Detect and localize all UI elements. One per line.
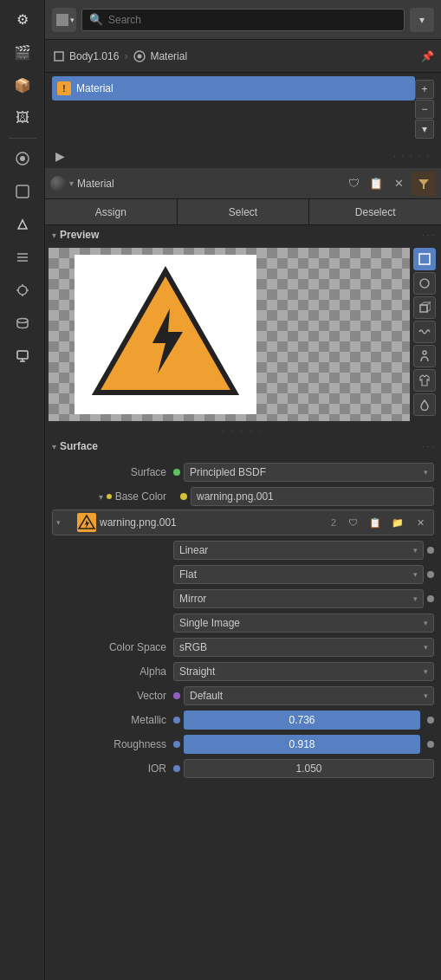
ior-row: IOR 1.050: [52, 757, 434, 780]
play-btn[interactable]: ▶: [55, 149, 65, 163]
svg-rect-10: [55, 52, 63, 61]
surface-value: Principled BSDF ▾: [173, 463, 434, 482]
preview-flat-btn[interactable]: [413, 272, 436, 295]
texture-count: 2: [331, 517, 336, 528]
preview-shirt-btn[interactable]: [413, 369, 436, 392]
flat-dropdown[interactable]: Flat ▾: [173, 565, 424, 584]
vector-label: Vector: [52, 690, 173, 702]
material-filter-btn[interactable]: [412, 172, 436, 196]
material-icon: [133, 49, 146, 63]
expand-row: ▶ · · · · ·: [45, 144, 441, 168]
object-icon: [52, 49, 66, 63]
single-image-dropdown[interactable]: Single Image ▾: [173, 613, 434, 633]
roughness-field[interactable]: 0.918: [184, 735, 420, 754]
base-color-value: warning.png.001: [173, 487, 434, 506]
texture-close-btn[interactable]: ✕: [411, 513, 430, 532]
material-close-btn[interactable]: ✕: [389, 174, 408, 193]
base-color-expand-btn[interactable]: ▾: [89, 492, 103, 502]
surface-dot: [173, 469, 180, 476]
vector-chevron: ▾: [424, 691, 428, 700]
preview-section-title: Preview: [60, 229, 418, 241]
surface-content: Surface Principled BSDF ▾ ▾ Base Color w…: [45, 456, 441, 787]
roughness-value: 0.918: [173, 735, 434, 754]
sidebar-icon-constraints[interactable]: [7, 275, 38, 306]
metallic-field[interactable]: 0.736: [184, 711, 420, 730]
preview-icons: [413, 248, 438, 421]
search-input[interactable]: [108, 14, 397, 26]
breadcrumb-object[interactable]: Body1.016: [52, 49, 119, 63]
mat-type-btn[interactable]: ▾: [69, 178, 74, 188]
breadcrumb-separator: ›: [124, 50, 127, 62]
texture-copy-btn[interactable]: 📋: [366, 513, 385, 532]
color-space-row: Color Space sRGB ▾: [52, 636, 434, 659]
material-copy-btn[interactable]: 📋: [366, 174, 386, 193]
preview-sphere-btn[interactable]: [413, 248, 436, 270]
ior-field[interactable]: 1.050: [184, 759, 434, 778]
metallic-value: 0.736: [173, 711, 434, 730]
metallic-label: Metallic: [52, 714, 173, 726]
sidebar-icon-tools[interactable]: ⚙: [7, 3, 38, 35]
metallic-row: Metallic 0.736: [52, 709, 434, 731]
assign-btn[interactable]: Assign: [45, 199, 178, 224]
ior-label: IOR: [52, 763, 173, 775]
texture-node-row: ▾ warning.png.001 2 🛡 📋 📁 ✕: [52, 509, 434, 535]
material-list-wrapper: ! Material + − ▾: [45, 73, 441, 144]
material-options-btn[interactable]: ▾: [415, 120, 434, 139]
select-btn[interactable]: Select: [178, 199, 310, 224]
breadcrumb: Body1.016 › Material 📌: [45, 40, 441, 73]
texture-folder-btn[interactable]: 📁: [388, 513, 407, 532]
preview-drop-btn[interactable]: [413, 393, 436, 416]
preview-area: [45, 244, 441, 425]
surface-collapse-btn[interactable]: ▾: [52, 442, 56, 451]
deselect-btn[interactable]: Deselect: [309, 199, 441, 224]
sidebar-icon-render[interactable]: [7, 341, 38, 372]
base-color-dropdown[interactable]: warning.png.001: [191, 487, 434, 506]
preview-person-btn[interactable]: [413, 345, 436, 367]
surface-section-dots: · · ·: [422, 442, 434, 451]
roughness-row: Roughness 0.918: [52, 733, 434, 756]
add-material-btn[interactable]: +: [415, 80, 434, 99]
sidebar-icon-modifiers[interactable]: [7, 242, 38, 273]
alpha-chevron: ▾: [424, 667, 428, 676]
sidebar-icon-object[interactable]: 📦: [7, 69, 38, 101]
color-space-dropdown[interactable]: sRGB ▾: [173, 638, 434, 657]
sidebar-icon-brush[interactable]: [7, 143, 38, 174]
remove-material-btn[interactable]: −: [415, 100, 434, 119]
top-bar-menu-btn[interactable]: ▾: [410, 8, 434, 32]
action-row: Assign Select Deselect: [45, 199, 441, 225]
vector-dropdown[interactable]: Default ▾: [184, 686, 434, 705]
linear-dropdown[interactable]: Linear ▾: [173, 541, 424, 560]
roughness-dot: [173, 741, 180, 748]
material-preview-ball: [50, 176, 66, 191]
preview-collapse-btn[interactable]: ▾: [52, 230, 56, 240]
material-name-input[interactable]: [77, 178, 340, 190]
sidebar-icon-material[interactable]: [7, 176, 38, 207]
texture-type-btn[interactable]: ▾: [56, 518, 61, 527]
svg-rect-8: [56, 20, 62, 26]
surface-dropdown[interactable]: Principled BSDF ▾: [184, 463, 434, 482]
svg-rect-2: [16, 185, 29, 198]
svg-point-3: [18, 286, 27, 295]
sidebar-icon-particles[interactable]: [7, 209, 38, 240]
sidebar: ⚙ 🎬 📦 🖼: [0, 0, 45, 980]
single-image-dropdown-row: Single Image ▾: [52, 612, 434, 634]
metallic-dot: [173, 717, 180, 724]
material-list-item[interactable]: ! Material: [52, 76, 415, 101]
color-space-chevron: ▾: [424, 643, 428, 652]
material-shield-btn[interactable]: 🛡: [344, 174, 363, 193]
preview-box-btn[interactable]: [413, 296, 436, 319]
mode-icon[interactable]: ▾: [52, 8, 76, 32]
base-color-indicator: [180, 493, 187, 500]
alpha-dropdown[interactable]: Straight ▾: [173, 662, 434, 681]
pin-btn[interactable]: 📌: [421, 50, 434, 62]
preview-wave-btn[interactable]: [413, 321, 436, 343]
mirror-dropdown[interactable]: Mirror ▾: [173, 589, 424, 608]
texture-shield-btn[interactable]: 🛡: [343, 513, 362, 532]
material-item-label: Material: [76, 82, 113, 94]
drag-handle: · · · · ·: [393, 152, 431, 161]
sidebar-icon-view[interactable]: 🖼: [7, 102, 38, 133]
sidebar-icon-scene[interactable]: 🎬: [7, 36, 38, 68]
breadcrumb-material[interactable]: Material: [133, 49, 187, 63]
sidebar-icon-data[interactable]: [7, 308, 38, 339]
preview-section-dots: · · ·: [422, 230, 434, 240]
